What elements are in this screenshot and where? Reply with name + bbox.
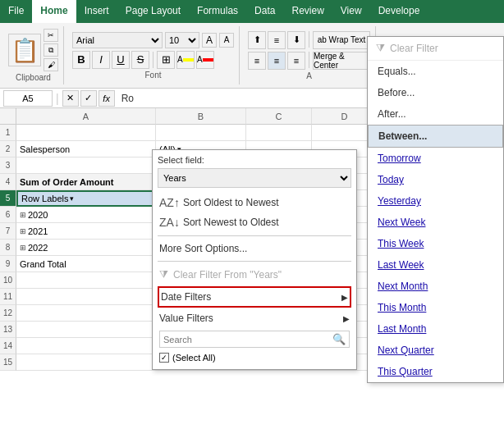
cell-A14[interactable] (16, 338, 156, 354)
value-filters-label: Value Filters (159, 313, 213, 324)
col-header-A[interactable]: A (16, 108, 156, 125)
format-painter-button[interactable]: 🖌 (44, 58, 58, 71)
filter-next-quarter-button[interactable]: Next Quarter (368, 340, 503, 361)
tab-file[interactable]: File (0, 0, 32, 23)
select-all-checkbox[interactable]: ✓ (159, 353, 169, 363)
cell-C1[interactable] (246, 125, 312, 141)
date-filters-button[interactable]: Date Filters ▶ (158, 286, 351, 308)
align-right-button[interactable]: ≡ (287, 52, 305, 70)
field-dropdown-menu: Select field: Years AZ↑ Sort Oldest to N… (152, 149, 357, 370)
filter-equals-button[interactable]: Equals... (368, 61, 503, 82)
font-name-select[interactable]: Arial (72, 32, 163, 48)
cell-A4[interactable]: Sum of Order Amount (16, 174, 156, 190)
cell-A2[interactable]: Salesperson (16, 141, 156, 157)
cell-A1[interactable] (16, 125, 156, 141)
tab-data[interactable]: Data (246, 0, 283, 23)
italic-button[interactable]: I (92, 51, 110, 69)
sort-newest-button[interactable]: ZA↓ Sort Newest to Oldest (158, 212, 351, 232)
filter-this-week-button[interactable]: This Week (368, 233, 503, 254)
align-center-button[interactable]: ≡ (268, 52, 286, 70)
cell-A13[interactable] (16, 322, 156, 338)
tab-page-layout[interactable]: Page Layout (117, 0, 189, 23)
cell-A9[interactable]: Grand Total (16, 256, 156, 272)
filter-last-month-button[interactable]: Last Month (368, 318, 503, 340)
paste-button[interactable]: 📋 (8, 34, 41, 66)
align-middle-button[interactable]: ≡ (268, 31, 286, 49)
tab-formulas[interactable]: Formulas (189, 0, 246, 23)
font-size-select[interactable]: 10 (165, 32, 199, 48)
strikethrough-button[interactable]: S (131, 51, 149, 69)
clear-filter-header-label: Clear Filter (390, 43, 438, 54)
cell-A6[interactable]: ⊞2020 (16, 207, 156, 223)
col-header-B[interactable]: B (156, 108, 246, 125)
cell-A10[interactable] (16, 272, 156, 289)
underline-button[interactable]: U (112, 51, 130, 69)
cell-A3[interactable] (16, 157, 156, 174)
filter-yesterday-button[interactable]: Yesterday (368, 190, 503, 212)
more-sort-options-button[interactable]: More Sort Options... (158, 240, 351, 258)
filter-last-week-button[interactable]: Last Week (368, 254, 503, 276)
align-top-button[interactable]: ⬆ (248, 31, 266, 49)
col-header-C[interactable]: C (246, 108, 312, 125)
confirm-formula-button[interactable]: ✓ (80, 90, 97, 107)
font-color-button[interactable]: A (196, 51, 214, 69)
filter-next-week-button[interactable]: Next Week (368, 212, 503, 233)
sort-za-icon: ZA↓ (159, 216, 180, 229)
cell-A15[interactable] (16, 354, 156, 371)
search-input[interactable] (163, 335, 332, 345)
row-num-7: 7 (0, 223, 16, 240)
font-increase-button[interactable]: A (202, 33, 217, 48)
row-num-14: 14 (0, 338, 16, 354)
insert-function-button[interactable]: fx (99, 90, 115, 107)
filter-tomorrow-button[interactable]: Tomorrow (368, 148, 503, 169)
cell-A5[interactable]: Row Labels ▾ (16, 190, 156, 207)
borders-button[interactable]: ⊞ (157, 51, 175, 69)
row-num-4: 4 (0, 174, 16, 190)
cell-B1[interactable] (156, 125, 246, 141)
divider (153, 52, 153, 68)
field-select[interactable]: Years (158, 168, 351, 188)
cell-A12[interactable] (16, 305, 156, 322)
row-num-9: 9 (0, 256, 16, 272)
cancel-formula-button[interactable]: ✕ (62, 90, 79, 107)
font-decrease-button[interactable]: A (219, 33, 234, 48)
align-bottom-button[interactable]: ⬇ (287, 31, 305, 49)
tab-home[interactable]: Home (32, 0, 76, 23)
cell-reference-input[interactable] (3, 90, 53, 107)
clear-filter-option: ⧩ Clear Filter From "Years" (158, 265, 351, 285)
row-num-10: 10 (0, 272, 16, 289)
tab-developer[interactable]: Develope (370, 0, 428, 23)
copy-button[interactable]: ⧉ (44, 43, 58, 57)
sort-oldest-button[interactable]: AZ↑ Sort Oldest to Newest (158, 193, 351, 212)
cut-button[interactable]: ✂ (44, 29, 58, 42)
date-filters-label: Date Filters (161, 291, 211, 303)
divider3 (309, 52, 309, 68)
filter-this-month-button[interactable]: This Month (368, 297, 503, 318)
formula-content: Ro (118, 93, 134, 104)
cell-A7[interactable]: ⊞2021 (16, 223, 156, 240)
filter-before-button[interactable]: Before... (368, 82, 503, 103)
select-all-row[interactable]: ✓ (Select All) (158, 351, 351, 364)
cell-A8[interactable]: ⊞2022 (16, 240, 156, 256)
search-icon: 🔍 (332, 333, 346, 345)
tab-review[interactable]: Review (283, 0, 332, 23)
filter-today-button[interactable]: Today (368, 169, 503, 190)
fill-color-button[interactable]: A (176, 51, 195, 69)
filter-after-button[interactable]: After... (368, 103, 503, 125)
tab-view[interactable]: View (332, 0, 370, 23)
wrap-text-button[interactable]: ab Wrap Text (313, 31, 370, 49)
bold-button[interactable]: B (72, 51, 90, 69)
merge-button[interactable]: Merge & Center (313, 52, 370, 70)
tab-insert[interactable]: Insert (76, 0, 117, 23)
value-filters-button[interactable]: Value Filters ▶ (158, 309, 351, 327)
clear-filter-header[interactable]: ⧩ Clear Filter (368, 37, 503, 61)
row-num-12: 12 (0, 305, 16, 322)
funnel-header-icon: ⧩ (376, 42, 385, 55)
font-label: Font (144, 71, 161, 80)
clipboard-group: 📋 ✂ ⧉ 🖌 Clipboard (3, 26, 64, 84)
filter-next-month-button[interactable]: Next Month (368, 276, 503, 297)
cell-A11[interactable] (16, 289, 156, 305)
filter-this-quarter-button[interactable]: This Quarter (368, 361, 503, 382)
align-left-button[interactable]: ≡ (248, 52, 266, 70)
filter-between-button[interactable]: Between... (368, 125, 503, 148)
